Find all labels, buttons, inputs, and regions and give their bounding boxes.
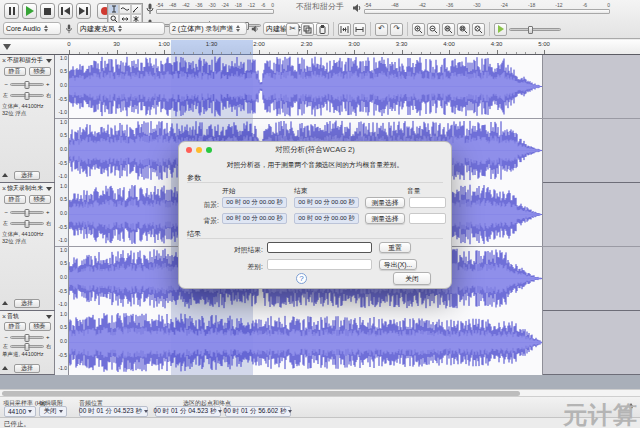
mute-button[interactable]: 静音 [4, 67, 26, 76]
trim-audio-button[interactable] [338, 23, 351, 36]
select-stepper-icon [44, 25, 48, 32]
recording-channels-value: 2 (立体声) 录制声道 [172, 24, 233, 34]
vertical-scale[interactable]: 1.00.50.0-0.5-1.0 [55, 311, 69, 375]
track-3-waveform[interactable] [69, 311, 543, 375]
copy-icon [303, 25, 312, 34]
solo-button[interactable]: 独奏 [29, 195, 51, 204]
selection-tool[interactable] [108, 4, 119, 14]
play-speed-slider[interactable] [509, 28, 561, 31]
vertical-scale[interactable]: 1.00.50.0-0.5-1.0 [55, 119, 69, 183]
close-track-button[interactable]: × [2, 185, 6, 192]
reset-button[interactable]: 重置 [379, 242, 411, 253]
dialog-title: 对照分析(符合WCAG 2) [179, 145, 451, 155]
zoom-out-button[interactable] [427, 23, 440, 36]
play-at-speed-button[interactable] [494, 23, 507, 36]
collapse-track-icon[interactable] [2, 173, 8, 177]
pan-slider[interactable] [10, 222, 44, 225]
gain-minus: − [4, 81, 8, 87]
select-track-button[interactable]: 选择 [14, 171, 40, 180]
collapse-track-icon[interactable] [2, 366, 8, 370]
close-track-button[interactable]: × [2, 57, 6, 64]
vertical-scale[interactable]: 1.00.50.0-0.5-1.0 [55, 183, 69, 247]
track-menu-icon[interactable] [46, 187, 52, 191]
background-end-field[interactable]: 00 时 00 分 00.00 秒 [294, 213, 359, 224]
foreground-start-field[interactable]: 00 时 00 分 00.00 秒 [222, 197, 287, 208]
redo-icon: ↷ [393, 25, 400, 33]
pan-slider[interactable] [10, 345, 44, 348]
select-track-button[interactable]: 选择 [14, 364, 40, 373]
recording-channels-select[interactable]: 2 (立体声) 录制声道 [169, 22, 247, 35]
fit-selection-button[interactable] [442, 23, 455, 36]
draw-tool[interactable] [131, 4, 142, 14]
group-divider [187, 238, 443, 239]
gain-slider[interactable] [10, 336, 44, 339]
selection-start-field[interactable]: 00 时 01 分 04.523 秒 [155, 406, 221, 417]
rate-select[interactable]: 44100 [4, 406, 36, 417]
skip-start-button[interactable] [58, 3, 73, 19]
copy-button[interactable] [301, 23, 314, 36]
gain-plus: + [46, 334, 50, 340]
end-column-header: 结束 [294, 186, 308, 196]
background-volume-field[interactable] [409, 213, 446, 224]
foreground-volume-field[interactable] [409, 197, 446, 208]
collapse-track-icon[interactable] [2, 301, 8, 305]
pan-slider[interactable] [10, 94, 44, 97]
contrast-result-input[interactable] [267, 242, 372, 253]
close-button[interactable]: 关闭 [393, 272, 431, 285]
track-menu-icon[interactable] [46, 59, 52, 63]
snap-select[interactable]: 关闭 [39, 406, 67, 417]
export-button[interactable]: 导出(X)... [379, 259, 417, 270]
snap-value: 关闭 [44, 407, 57, 416]
foreground-end-field[interactable]: 00 时 00 分 00.00 秒 [294, 197, 359, 208]
track-format: 立体声, 44100Hz [2, 103, 44, 110]
timeline-ruler[interactable]: 0301:001:302:002:303:003:304:004:305:00 [0, 40, 640, 55]
playback-meter-bar [364, 9, 610, 14]
select-track-button[interactable]: 选择 [14, 299, 40, 308]
envelope-tool[interactable] [119, 4, 130, 14]
recording-meter[interactable]: -54-48-42-36-30-24-18-12-60 [146, 3, 274, 15]
background-start-field[interactable]: 00 时 00 分 00.00 秒 [222, 213, 287, 224]
stop-button[interactable] [40, 3, 55, 19]
silence-audio-button[interactable] [353, 23, 366, 36]
play-button[interactable] [22, 3, 37, 19]
measure-background-button[interactable]: 测量选择 [365, 213, 405, 224]
zoom-in-button[interactable] [412, 23, 425, 36]
timeline-options-icon[interactable] [3, 44, 11, 50]
help-button[interactable]: ? [296, 273, 307, 284]
undo-button[interactable]: ↶ [375, 23, 388, 36]
vertical-scale[interactable]: 1.00.50.0-0.5-1.0 [55, 247, 69, 311]
selection-end-field[interactable]: 00 时 01 分 56.602 秒 [225, 406, 291, 417]
solo-button[interactable]: 独奏 [29, 67, 51, 76]
speaker-icon [352, 3, 362, 13]
fit-project-button[interactable] [457, 23, 470, 36]
pause-button[interactable] [4, 3, 19, 19]
close-track-button[interactable]: × [2, 313, 6, 320]
trim-icon [340, 25, 349, 34]
mute-button[interactable]: 静音 [4, 195, 26, 204]
scrollbar-thumb[interactable] [2, 391, 520, 396]
difference-field[interactable] [267, 259, 372, 270]
audio-position-field[interactable]: 00 时 01 分 04.523 秒 [79, 406, 148, 417]
pan-left: 左 [3, 343, 8, 349]
status-text: 已停止。 [4, 420, 30, 428]
solo-button[interactable]: 独奏 [29, 322, 51, 331]
horizontal-scrollbar[interactable] [0, 389, 640, 397]
recording-device-select[interactable]: 内建麦克风 [77, 22, 165, 35]
paste-button[interactable] [316, 23, 329, 36]
zoom-toggle-button[interactable] [472, 23, 485, 36]
audio-host-select[interactable]: Core Audio [3, 22, 61, 35]
fit-selection-icon [444, 25, 453, 34]
redo-button[interactable]: ↷ [390, 23, 403, 36]
track-name: 惊天录制出来 [7, 184, 46, 193]
measure-foreground-button[interactable]: 测量选择 [365, 197, 405, 208]
skip-end-button[interactable] [76, 3, 91, 19]
gain-slider[interactable] [10, 211, 44, 214]
track-3-control-panel: × 音轨 静音 独奏 −+ 左右 单声道, 44100Hz 选择 [0, 311, 55, 374]
play-at-speed-icon [498, 25, 504, 33]
gain-slider[interactable] [10, 83, 44, 86]
mute-button[interactable]: 静音 [4, 322, 26, 331]
track-menu-icon[interactable] [46, 315, 52, 319]
playback-meter[interactable]: -54-48-42-36-30-24-18-12-60 [352, 3, 610, 14]
vertical-scale[interactable]: 1.00.50.0-0.5-1.0 [55, 55, 69, 119]
cut-button[interactable]: ✂ [286, 23, 299, 36]
